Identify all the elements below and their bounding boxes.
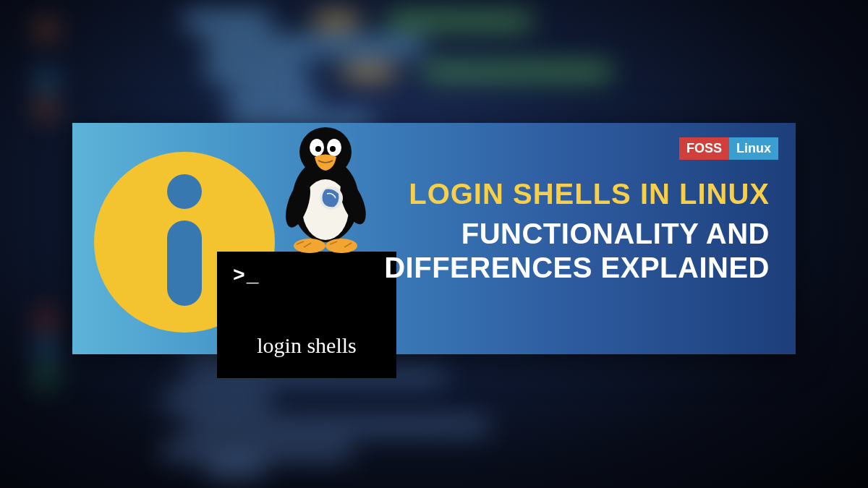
svg-point-11 (326, 239, 357, 253)
logo-foss: FOSS (679, 137, 729, 160)
title-banner: >_ login shells FOSS Linux LOGIN SHELLS (72, 123, 796, 354)
svg-point-6 (330, 146, 336, 152)
subhead-line-2: DIFFERENCES EXPLAINED (384, 251, 770, 285)
terminal-illustration: >_ login shells (217, 252, 396, 378)
foss-linux-logo: FOSS Linux (679, 137, 778, 160)
title-headline: LOGIN SHELLS IN LINUX (409, 178, 770, 210)
terminal-caption: login shells (217, 333, 396, 358)
svg-point-5 (315, 146, 321, 152)
tux-penguin-mascot (275, 117, 376, 254)
svg-point-10 (294, 239, 326, 253)
subhead-line-1: FUNCTIONALITY AND (384, 217, 770, 251)
title-subheadline: FUNCTIONALITY AND DIFFERENCES EXPLAINED (384, 217, 770, 285)
logo-linux: Linux (729, 137, 778, 160)
terminal-prompt: >_ (233, 265, 260, 287)
